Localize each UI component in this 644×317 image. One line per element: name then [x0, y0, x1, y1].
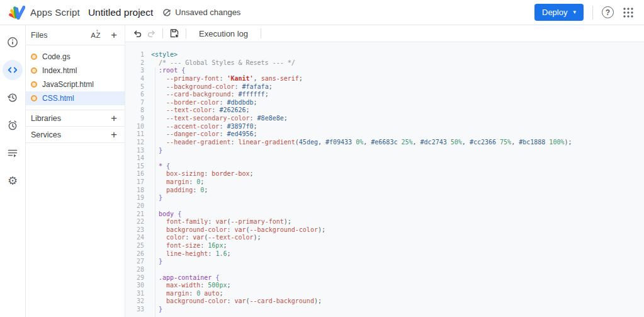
add-libraries-button[interactable]: +	[111, 113, 117, 124]
save-project-icon[interactable]	[167, 26, 181, 40]
line-number: 16	[125, 170, 144, 178]
code-line-3: :root {	[151, 67, 644, 75]
line-number: 12	[125, 139, 144, 147]
overview-info-icon[interactable]	[3, 32, 23, 52]
files-panel-sections: Libraries+Services+	[26, 110, 125, 143]
file-list: Code.gsIndex.htmlJavaScript.htmlCSS.html	[26, 45, 125, 110]
file-row-Code.gs[interactable]: Code.gs	[26, 50, 125, 64]
code-line-19: }	[151, 194, 644, 202]
editor-toolbar: Execution log	[125, 25, 644, 42]
code-line-5: --background-color: #fafafa;	[151, 83, 644, 91]
section-row-libraries: Libraries+	[26, 110, 125, 126]
undo-icon[interactable]	[130, 26, 144, 40]
sync-disabled-icon	[162, 8, 171, 17]
editor-code-icon[interactable]	[3, 60, 23, 80]
code-lines: <style> /* --- Global Styles & Resets --…	[151, 51, 644, 317]
line-number: 18	[125, 187, 144, 195]
line-number-gutter: 1234567891011121314151617181920212223242…	[125, 51, 144, 317]
code-line-27: }	[151, 258, 644, 266]
code-line-17: margin: 0;	[151, 178, 644, 187]
redo-icon[interactable]	[144, 26, 158, 40]
help-icon[interactable]: ?	[602, 6, 614, 18]
code-line-32: background-color: var(--card-background)…	[151, 297, 644, 306]
unsaved-file-dot-icon	[31, 67, 37, 74]
code-line-7: --border-color: #dbdbdb;	[151, 99, 644, 107]
executions-list-icon[interactable]	[3, 143, 23, 163]
code-editor[interactable]: 1234567891011121314151617181920212223242…	[125, 42, 644, 317]
line-number: 13	[125, 147, 144, 155]
project-history-icon[interactable]	[3, 88, 23, 108]
code-line-26: line-height: 1.6;	[151, 250, 644, 258]
line-number: 8	[125, 107, 144, 115]
unsaved-file-dot-icon	[31, 81, 37, 88]
line-number: 21	[125, 210, 144, 219]
line-number: 19	[125, 194, 144, 202]
file-name: CSS.html	[42, 94, 74, 103]
editor-pane: Execution log 12345678910111213141516171…	[125, 25, 644, 317]
settings-gear-icon[interactable]: ⚙	[3, 171, 23, 191]
line-number: 27	[125, 258, 144, 266]
line-number: 28	[125, 266, 144, 274]
code-line-12: --header-gradient: linear-gradient(45deg…	[151, 139, 644, 147]
left-nav-rail: ⚙	[0, 25, 26, 317]
file-name: Index.html	[42, 66, 77, 75]
code-line-23: background-color: var(--background-color…	[151, 226, 644, 234]
toolbar-divider	[261, 28, 261, 38]
apps-script-logo-icon	[9, 5, 25, 20]
files-title: Files	[31, 31, 47, 40]
code-line-9: --text-secondary-color: #8e8e8e;	[151, 115, 644, 123]
file-row-CSS.html[interactable]: CSS.html	[26, 91, 125, 105]
code-line-4: --primary-font: 'Kanit', sans-serif;	[151, 75, 644, 83]
line-number: 6	[125, 91, 144, 99]
line-number: 24	[125, 234, 144, 242]
indent-guide	[155, 67, 155, 317]
line-number: 7	[125, 99, 144, 107]
code-line-6: --card-background: #ffffff;	[151, 91, 644, 99]
save-status-label: Unsaved changes	[175, 8, 240, 17]
line-number: 17	[125, 178, 144, 187]
line-number: 33	[125, 306, 144, 314]
project-title[interactable]: Untitled project	[88, 7, 153, 18]
code-line-8: --text-color: #262626;	[151, 107, 644, 115]
google-apps-grid-icon[interactable]	[623, 7, 634, 18]
line-number: 11	[125, 130, 144, 139]
code-line-29: .app-container {	[151, 274, 644, 282]
line-number: 23	[125, 226, 144, 234]
files-panel-header: Files AZ↑ +	[26, 25, 125, 45]
code-line-18: padding: 0;	[151, 187, 644, 195]
apps-script-window: Apps Script Untitled project Unsaved cha…	[0, 0, 644, 317]
code-line-15: * {	[151, 163, 644, 171]
file-row-Index.html[interactable]: Index.html	[26, 64, 125, 78]
add-file-button[interactable]: +	[111, 30, 117, 40]
line-number: 25	[125, 242, 144, 250]
file-name: JavaScript.html	[42, 80, 94, 89]
deploy-button[interactable]: Deploy ▾	[534, 4, 584, 21]
line-number: 30	[125, 282, 144, 290]
execution-log-button[interactable]: Execution log	[191, 25, 256, 42]
line-number: 4	[125, 75, 144, 83]
triggers-alarm-icon[interactable]	[3, 115, 23, 135]
code-line-28	[151, 266, 644, 274]
code-line-31: margin: 0 auto;	[151, 290, 644, 298]
add-services-button[interactable]: +	[111, 129, 117, 140]
save-status: Unsaved changes	[162, 8, 240, 17]
unsaved-file-dot-icon	[31, 95, 37, 101]
brand-label: Apps Script	[30, 7, 80, 18]
line-number: 10	[125, 123, 144, 131]
top-header: Apps Script Untitled project Unsaved cha…	[0, 0, 644, 25]
toolbar-divider	[186, 28, 186, 38]
az-sort-icon[interactable]: AZ↑	[91, 32, 102, 39]
code-line-11: --danger-color: #ed4956;	[151, 130, 644, 139]
file-name: Code.gs	[42, 52, 71, 61]
code-line-25: font-size: 16px;	[151, 242, 644, 250]
line-number: 3	[125, 67, 144, 75]
code-line-30: max-width: 500px;	[151, 282, 644, 290]
line-number: 29	[125, 274, 144, 282]
unsaved-file-dot-icon	[31, 54, 37, 60]
code-line-14	[151, 154, 644, 163]
line-number: 31	[125, 290, 144, 298]
code-line-24: color: var(--text-color);	[151, 234, 644, 242]
code-line-16: box-sizing: border-box;	[151, 170, 644, 178]
code-line-1: <style>	[151, 51, 644, 59]
file-row-JavaScript.html[interactable]: JavaScript.html	[26, 78, 125, 91]
